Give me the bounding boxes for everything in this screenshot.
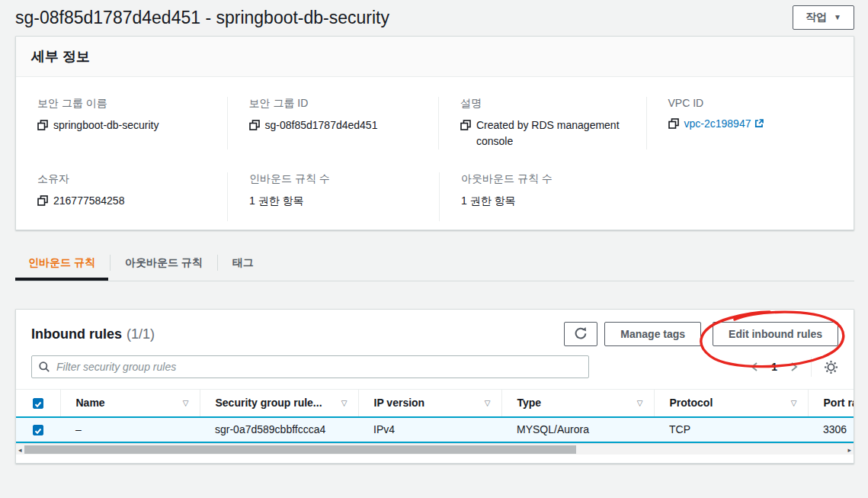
sort-icon[interactable]: ▽ xyxy=(341,399,348,407)
column-header-rule-id[interactable]: Security group rule...▽ xyxy=(200,390,358,417)
sort-icon[interactable]: ▽ xyxy=(637,399,643,407)
field-value: 1 권한 항목 xyxy=(461,193,633,209)
chevron-right-icon[interactable] xyxy=(790,361,799,372)
sort-icon[interactable]: ▽ xyxy=(485,399,491,407)
details-row-2: 소유자 216777584258 인바운드 규칙 수 1 권한 항목 아웃바운드… xyxy=(16,172,854,221)
sort-icon[interactable]: ▽ xyxy=(791,399,797,407)
inbound-rules-toolbar: Inbound rules (1/1) Manage tags Edit inb… xyxy=(16,310,854,351)
row-checkbox[interactable] xyxy=(33,425,43,435)
tab-divider xyxy=(217,255,218,271)
external-link-icon[interactable] xyxy=(754,119,764,131)
copy-icon[interactable] xyxy=(37,194,48,210)
copy-icon[interactable] xyxy=(460,119,471,135)
chevron-left-icon[interactable] xyxy=(750,361,759,372)
tab-divider xyxy=(110,255,111,271)
vpc-id-link[interactable]: vpc-2c198947 xyxy=(684,117,751,130)
field-label: 설명 xyxy=(460,97,633,111)
field-owner: 소유자 216777584258 xyxy=(16,172,227,221)
sort-icon[interactable]: ▽ xyxy=(183,399,189,407)
field-outbound-rule-count: 아웃바운드 규칙 수 1 권한 항목 xyxy=(439,172,647,221)
details-card: 세부 정보 보안 그룹 이름 springboot-db-security 보안… xyxy=(15,36,854,230)
select-all-checkbox[interactable] xyxy=(33,398,43,409)
details-body: 보안 그룹 이름 springboot-db-security 보안 그룹 ID… xyxy=(16,77,854,244)
field-value: 216777584258 xyxy=(53,193,124,209)
inbound-rules-table: Name▽ Security group rule...▽ IP version… xyxy=(16,389,854,443)
refresh-icon xyxy=(574,326,588,342)
inbound-rules-count: (1/1) xyxy=(127,326,155,342)
field-security-group-name: 보안 그룹 이름 springboot-db-security xyxy=(16,97,227,149)
pagination-divider xyxy=(811,357,812,377)
edit-inbound-rules-button[interactable]: Edit inbound rules xyxy=(713,322,838,346)
tab-outbound-rules[interactable]: 아웃바운드 규칙 xyxy=(112,248,216,281)
column-header-protocol[interactable]: Protocol▽ xyxy=(654,390,808,417)
copy-icon[interactable] xyxy=(249,119,260,135)
field-value: springboot-db-security xyxy=(53,117,159,133)
page-title: sg-08f85d1787d4ed451 - springboot-db-sec… xyxy=(15,8,389,28)
scroll-right-icon[interactable]: ▸ xyxy=(847,446,851,454)
details-row-1: 보안 그룹 이름 springboot-db-security 보안 그룹 ID… xyxy=(16,97,854,149)
column-header-type[interactable]: Type▽ xyxy=(501,390,654,417)
search-icon xyxy=(38,361,50,376)
actions-button[interactable]: 작업 ▼ xyxy=(793,5,854,30)
filter-row: 1 xyxy=(16,351,854,378)
field-value: Created by RDS management console xyxy=(476,117,633,149)
refresh-button[interactable] xyxy=(564,322,597,346)
manage-tags-button[interactable]: Manage tags xyxy=(604,322,701,346)
field-label: 아웃바운드 규칙 수 xyxy=(461,172,633,186)
field-description: 설명 Created by RDS management console xyxy=(438,97,646,149)
scrollbar-thumb[interactable] xyxy=(24,445,576,454)
field-vpc-id: VPC ID vpc-2c198947 xyxy=(646,97,854,149)
page-number[interactable]: 1 xyxy=(770,361,779,373)
gear-icon[interactable] xyxy=(824,360,838,374)
scroll-left-icon[interactable]: ◂ xyxy=(18,446,22,454)
copy-icon[interactable] xyxy=(37,119,48,135)
horizontal-scrollbar[interactable]: ◂ ▸ xyxy=(16,443,854,455)
inbound-rules-title: Inbound rules xyxy=(31,326,122,342)
cell-protocol: TCP xyxy=(654,417,808,442)
column-header-name[interactable]: Name▽ xyxy=(60,390,200,417)
tab-tags[interactable]: 태그 xyxy=(219,248,267,281)
cell-type: MYSQL/Aurora xyxy=(501,417,654,442)
details-header: 세부 정보 xyxy=(16,37,854,77)
field-label: 인바운드 규칙 수 xyxy=(249,172,425,186)
filter-rules-input[interactable] xyxy=(31,355,589,378)
table-header-row: Name▽ Security group rule...▽ IP version… xyxy=(16,390,854,417)
actions-button-label: 작업 xyxy=(806,11,827,24)
cell-port-range: 3306 xyxy=(808,417,854,442)
tab-inbound-rules[interactable]: 인바운드 규칙 xyxy=(15,248,108,281)
field-label: 소유자 xyxy=(37,172,213,186)
cell-name: – xyxy=(60,417,200,442)
field-security-group-id: 보안 그룹 ID sg-08f85d1787d4ed451 xyxy=(227,97,439,149)
field-label: 보안 그룹 이름 xyxy=(37,97,213,111)
inbound-rules-card: Inbound rules (1/1) Manage tags Edit inb… xyxy=(15,309,854,464)
field-value: sg-08f85d1787d4ed451 xyxy=(265,117,378,133)
field-label: VPC ID xyxy=(668,97,841,109)
field-label: 보안 그룹 ID xyxy=(249,97,425,111)
column-header-ip-version[interactable]: IP version▽ xyxy=(358,390,501,417)
column-header-port-range[interactable]: Port ra xyxy=(808,390,854,417)
cell-ip-version: IPv4 xyxy=(358,417,501,442)
cell-rule-id: sgr-0a7d589cbbffccca4 xyxy=(200,417,358,442)
copy-icon[interactable] xyxy=(668,117,679,133)
field-value: 1 권한 항목 xyxy=(249,193,424,209)
caret-down-icon: ▼ xyxy=(834,14,841,21)
search-box xyxy=(31,355,589,378)
pagination: 1 xyxy=(750,357,838,377)
tab-bar: 인바운드 규칙 아웃바운드 규칙 태그 xyxy=(15,248,854,281)
table-row[interactable]: – sgr-0a7d589cbbffccca4 IPv4 MYSQL/Auror… xyxy=(16,417,854,442)
field-inbound-rule-count: 인바운드 규칙 수 1 권한 항목 xyxy=(227,172,439,221)
